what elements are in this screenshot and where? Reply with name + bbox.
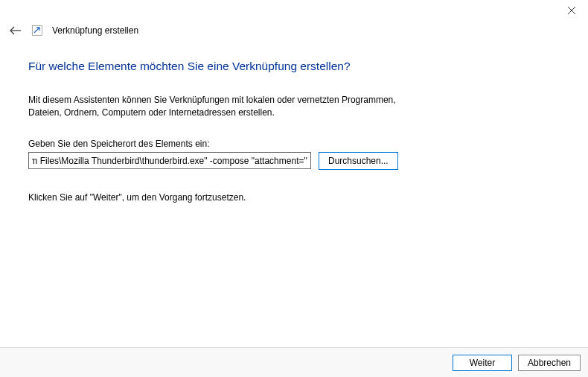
location-input[interactable] bbox=[28, 152, 311, 169]
location-label: Geben Sie den Speicherort des Elements e… bbox=[28, 139, 461, 149]
browse-button[interactable]: Durchsuchen... bbox=[319, 152, 398, 170]
wizard-header: Verknüpfung erstellen bbox=[0, 22, 588, 37]
wizard-footer: Weiter Abbrechen bbox=[0, 347, 588, 377]
close-icon bbox=[568, 7, 575, 14]
next-button[interactable]: Weiter bbox=[453, 355, 512, 371]
page-heading: Für welche Elemente möchten Sie eine Ver… bbox=[28, 60, 461, 73]
wizard-title: Verknüpfung erstellen bbox=[52, 25, 138, 36]
shortcut-icon bbox=[31, 25, 43, 37]
page-description: Mit diesem Assistenten können Sie Verknü… bbox=[28, 94, 430, 119]
titlebar bbox=[0, 0, 588, 22]
back-arrow-icon bbox=[10, 26, 22, 35]
wizard-content: Für welche Elemente möchten Sie eine Ver… bbox=[0, 37, 461, 203]
continue-hint: Klicken Sie auf "Weiter", um den Vorgang… bbox=[28, 192, 461, 203]
close-button[interactable] bbox=[555, 0, 588, 21]
cancel-button[interactable]: Abbrechen bbox=[518, 355, 581, 371]
location-row: Durchsuchen... bbox=[28, 152, 461, 170]
back-button[interactable] bbox=[9, 24, 22, 37]
